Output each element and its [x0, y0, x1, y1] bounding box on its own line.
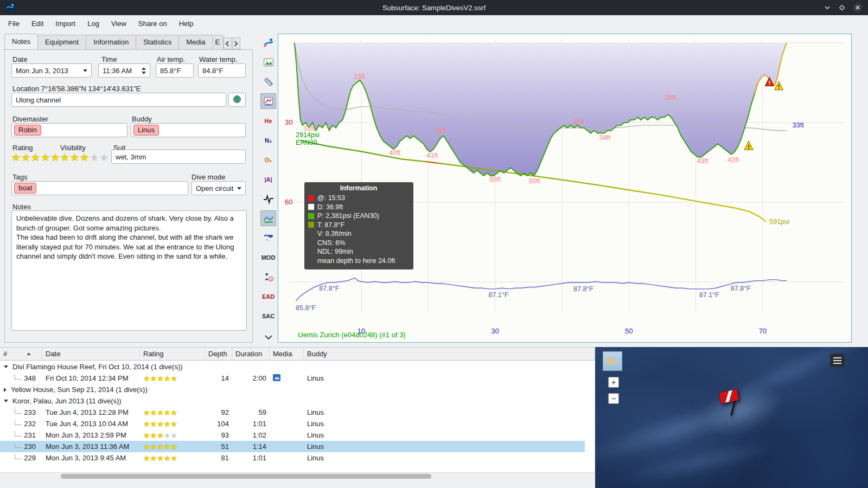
ceiling-icon[interactable]: [260, 230, 276, 246]
dive-row[interactable]: 229Mon Jun 3, 2013 9:45 AM★★★★★811:01Lin…: [0, 452, 585, 464]
tab-notes[interactable]: Notes: [4, 34, 38, 49]
tab-media[interactable]: Media: [178, 35, 213, 49]
dive-number-text: 233: [24, 408, 36, 416]
divemaster-label: Divemaster: [12, 115, 48, 123]
map-menu-button[interactable]: [830, 354, 845, 367]
zoom-out-button[interactable]: −: [608, 393, 619, 404]
minimize-icon[interactable]: [824, 4, 831, 11]
globe-button[interactable]: [228, 93, 246, 107]
column-header-num[interactable]: #: [0, 348, 42, 360]
star-icon: ★: [170, 442, 177, 451]
mod-icon[interactable]: MOD: [260, 249, 276, 265]
scrollbar-thumb[interactable]: [61, 474, 431, 479]
column-header-date[interactable]: Date: [42, 348, 140, 360]
o2-partial-pressure-icon[interactable]: O₂: [260, 152, 276, 168]
buddy-chip[interactable]: Linus: [133, 125, 159, 136]
dive-row[interactable]: 233Tue Jun 4, 2013 12:28 PM★★★★★9259Linu…: [0, 407, 585, 418]
menu-import[interactable]: Import: [49, 17, 81, 30]
tab-equipment[interactable]: Equipment: [37, 35, 86, 49]
scr-icon[interactable]: [260, 269, 276, 285]
star-icon: ★: [143, 420, 150, 428]
trip-row[interactable]: Divi Flamingo House Reef, Fri Oct 10, 20…: [0, 361, 585, 373]
trip-row[interactable]: Koror, Palau, Jun 2013 (11 dive(s)): [0, 395, 585, 407]
column-header-rating[interactable]: Rating: [140, 348, 205, 360]
divemaster-input[interactable]: Robin: [11, 123, 127, 137]
column-header-buddy[interactable]: Buddy: [304, 348, 595, 360]
show-photos-icon[interactable]: [260, 93, 276, 109]
n2-partial-pressure-icon[interactable]: N₂: [260, 132, 276, 148]
location-input[interactable]: [11, 93, 226, 107]
divemaster-chip[interactable]: Robin: [14, 125, 41, 136]
menu-edit[interactable]: Edit: [25, 17, 49, 30]
tissues-icon[interactable]: |A|: [260, 171, 276, 187]
toolbar-collapse-icon[interactable]: [264, 333, 273, 342]
star-icon: ★: [170, 454, 177, 463]
map-panel[interactable]: + −: [595, 347, 868, 488]
close-icon[interactable]: [853, 3, 863, 12]
visibility-stars[interactable]: ★★★★★: [60, 151, 109, 164]
overview-map[interactable]: [603, 351, 622, 371]
rating-stars[interactable]: ★★★★★: [11, 151, 60, 164]
time-spinner-buttons[interactable]: [142, 67, 146, 74]
he-partial-pressure-icon[interactable]: He: [260, 113, 276, 129]
info-box-text: V: 8.3ft/min: [317, 229, 352, 239]
photos-icon[interactable]: [260, 54, 276, 70]
tab-information[interactable]: Information: [86, 35, 136, 49]
zoom-in-button[interactable]: +: [608, 377, 619, 388]
tags-input[interactable]: boat: [11, 181, 188, 195]
star-icon: ★: [157, 374, 164, 383]
menu-file[interactable]: File: [2, 17, 25, 30]
buddy-input[interactable]: Linus: [131, 123, 246, 137]
notes-textarea[interactable]: Unbelievable dive. Dozens and dozens of …: [11, 210, 247, 331]
tab-statistics[interactable]: Statistics: [136, 35, 179, 49]
air-temp-input[interactable]: [156, 63, 194, 78]
dive-row[interactable]: 232Tue Jun 4, 2013 10:04 AM★★★★★1041:01L…: [0, 418, 585, 429]
suit-input[interactable]: [111, 150, 246, 164]
dive-number: 233: [0, 408, 42, 416]
dive-row[interactable]: 348Fri Oct 10, 2014 12:34 PM★★★★★142:00L…: [0, 373, 585, 384]
menu-view[interactable]: View: [105, 17, 132, 30]
chart-annotation: 40ft: [389, 149, 400, 157]
chart-annotation: 15ft: [354, 73, 365, 80]
tab-scroll-left-button[interactable]: [224, 37, 232, 49]
expand-icon[interactable]: [4, 388, 7, 392]
media-icon[interactable]: [273, 374, 280, 381]
menu-help[interactable]: Help: [173, 17, 200, 30]
dive-mode-select[interactable]: Open circuit: [192, 181, 246, 195]
trip-row[interactable]: Yellow House, Sun Sep 21, 2014 (1 dive(s…: [0, 384, 585, 395]
dive-number-text: 232: [24, 420, 36, 428]
dive-rating: ★★★★★: [140, 374, 205, 383]
dive-row[interactable]: 231Mon Jun 3, 2013 2:59 PM★★★★★931:02Lin…: [0, 429, 585, 441]
collapse-icon[interactable]: [4, 365, 8, 368]
info-box-row: P: 2,381psi (EAN30): [308, 211, 409, 221]
menubar: FileEditImportLogViewShare onHelp: [0, 15, 868, 31]
dive-duration: 1:01: [232, 454, 270, 462]
tag-chip[interactable]: boat: [14, 183, 36, 194]
ead-icon[interactable]: EAD: [260, 288, 276, 304]
collapse-icon[interactable]: [4, 400, 8, 402]
dive-row[interactable]: 230Mon Jun 3, 2013 11:36 AM★★★★★511:14Li…: [0, 441, 585, 452]
sac-icon[interactable]: SAC: [260, 308, 276, 324]
sort-ascending-icon: [27, 352, 31, 355]
heart-rate-icon[interactable]: [260, 191, 276, 207]
dive-mode-icon[interactable]: [260, 35, 276, 50]
tab-scroll-right-button[interactable]: [232, 37, 240, 49]
dive-number: 348: [0, 374, 42, 382]
column-header-media[interactable]: Media: [270, 348, 304, 360]
column-header-duration[interactable]: Duration: [232, 348, 270, 360]
tab-e[interactable]: E: [213, 35, 224, 49]
menu-log[interactable]: Log: [81, 17, 105, 30]
info-box-row: @: 15:53: [308, 194, 409, 203]
star-icon: ★: [164, 442, 171, 451]
water-temp-input[interactable]: [198, 63, 246, 78]
dive-date: Tue Jun 4, 2013 10:04 AM: [42, 420, 140, 428]
gas-pressure-icon[interactable]: [260, 210, 276, 226]
time-input[interactable]: 11:36 AM: [98, 63, 150, 78]
maximize-icon[interactable]: [838, 4, 846, 11]
column-header-depth[interactable]: Depth: [205, 348, 232, 360]
horizontal-scrollbar[interactable]: [0, 472, 595, 479]
date-select[interactable]: Mon Jun 3, 2013: [11, 63, 92, 78]
ruler-icon[interactable]: [260, 74, 276, 89]
menu-share-on[interactable]: Share on: [132, 17, 173, 30]
x-axis-tick: 50: [625, 327, 633, 335]
